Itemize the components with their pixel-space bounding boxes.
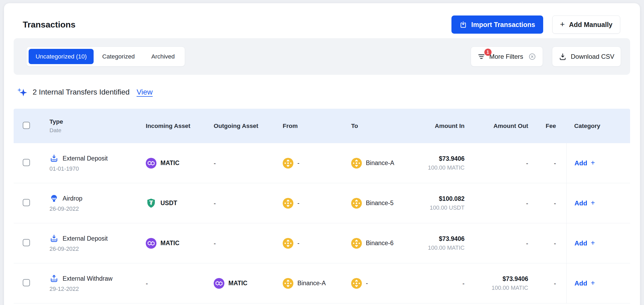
binance-bnb-icon [351, 238, 362, 249]
outgoing-asset-cell: MATIC [214, 278, 283, 289]
transaction-date: 29-12-2022 [49, 286, 146, 292]
col-header-type: Type Date [49, 118, 146, 134]
add-category-button[interactable]: Add + [574, 159, 595, 167]
transaction-type: External Deposit [63, 155, 108, 162]
tab-categorized[interactable]: Categorized [94, 49, 143, 64]
to-cell: Binance-A [351, 158, 409, 169]
incoming-asset-symbol: MATIC [160, 240, 179, 247]
binance-bnb-icon [283, 238, 293, 249]
filter-bar: Uncategorized (10) Categorized Archived … [14, 38, 630, 75]
plus-icon: + [591, 199, 595, 206]
filter-count-badge: 1 [484, 49, 492, 56]
transaction-type: External Withdraw [63, 275, 113, 282]
plus-icon: + [591, 239, 595, 247]
import-transactions-button[interactable]: Import Transactions [451, 15, 543, 34]
sparkle-icon [16, 87, 28, 98]
table-row: External Deposit 26-09-2022 MATIC - - Bi… [14, 223, 630, 263]
select-all-checkbox[interactable] [23, 122, 30, 129]
category-cell: Add + [566, 223, 630, 263]
incoming-asset-cell: - [146, 280, 148, 287]
amount-out-cell: - [526, 159, 528, 167]
page-title: Transactions [23, 20, 75, 30]
view-internal-transfers-link[interactable]: View [137, 88, 153, 96]
more-filters-button[interactable]: 1 More Filters [471, 46, 543, 67]
more-filters-label: More Filters [489, 53, 523, 60]
binance-bnb-icon [351, 198, 362, 209]
add-manually-button[interactable]: + Add Manually [552, 15, 620, 34]
amount-in-fiat: $100.082 [409, 195, 465, 202]
transactions-table: Type Date Incoming Asset Outgoing Asset … [14, 109, 630, 303]
table-header-row: Type Date Incoming Asset Outgoing Asset … [14, 109, 630, 143]
add-category-button[interactable]: Add + [574, 200, 595, 207]
add-category-label: Add [574, 159, 587, 167]
internal-transfers-banner: 2 Internal Transfers Identified View [16, 87, 640, 98]
incoming-asset-cell: MATIC [146, 158, 214, 169]
amount-out-cell: - [526, 240, 528, 247]
add-category-label: Add [574, 280, 587, 287]
amount-in-quantity: 100.00 MATIC [409, 165, 465, 171]
binance-bnb-icon [283, 158, 293, 169]
to-cell: Binance-6 [351, 238, 409, 249]
amount-in-cell: $100.082 100.00 USDT [409, 195, 470, 211]
download-icon [559, 53, 567, 61]
from-cell: - [283, 198, 351, 209]
from-cell: - [283, 158, 351, 169]
row-checkbox[interactable] [23, 159, 30, 166]
category-cell: Add + [566, 143, 630, 183]
tether-usdt-icon [146, 198, 156, 209]
outgoing-asset-cell: - [214, 200, 216, 207]
external-deposit-icon [49, 234, 59, 243]
row-checkbox[interactable] [23, 239, 30, 246]
amount-out-cell: $73.9406 100.00 MATIC [470, 275, 533, 291]
from-label: - [297, 240, 300, 247]
add-category-label: Add [574, 200, 587, 207]
import-transactions-label: Import Transactions [471, 21, 535, 29]
amount-in-cell: $73.9406 100.00 MATIC [409, 235, 470, 251]
download-csv-label: Download CSV [571, 53, 614, 60]
transaction-type: External Deposit [63, 235, 108, 242]
plus-icon: + [591, 279, 595, 287]
binance-bnb-icon [283, 198, 293, 209]
incoming-asset-cell: USDT [146, 198, 214, 209]
row-checkbox[interactable] [23, 199, 30, 206]
to-label: Binance-5 [366, 200, 394, 207]
col-header-amount-in: Amount In [409, 123, 470, 130]
filter-lines-icon [477, 53, 485, 61]
tab-uncategorized[interactable]: Uncategorized (10) [29, 49, 94, 64]
to-label: - [366, 280, 368, 287]
from-cell: - [283, 238, 351, 249]
col-header-fee: Fee [533, 123, 566, 130]
fee-cell: - [554, 240, 556, 247]
amount-in-fiat: $73.9406 [409, 155, 465, 162]
to-cell: Binance-5 [351, 198, 409, 209]
to-label: Binance-6 [366, 240, 394, 247]
table-row: Airdrop 26-09-2022 USDT - - Binance-5 $1… [14, 183, 630, 223]
internal-transfers-message: 2 Internal Transfers Identified [33, 88, 130, 96]
airdrop-parachute-icon [49, 194, 59, 203]
amount-in-fiat: $73.9406 [409, 235, 465, 243]
top-actions: Import Transactions + Add Manually [451, 15, 620, 34]
clear-filters-icon[interactable] [528, 53, 536, 61]
tab-archived[interactable]: Archived [143, 49, 183, 64]
add-category-label: Add [574, 240, 587, 247]
add-category-button[interactable]: Add + [574, 280, 595, 287]
plus-icon: + [591, 159, 595, 166]
transactions-panel: Transactions Import Transactions + Add M… [4, 3, 640, 305]
col-header-incoming-asset: Incoming Asset [146, 123, 214, 130]
outgoing-asset-cell: - [214, 240, 216, 247]
add-category-button[interactable]: Add + [574, 240, 595, 247]
from-cell: Binance-A [283, 278, 351, 289]
plus-icon: + [560, 20, 565, 28]
binance-bnb-icon [351, 278, 362, 289]
fee-cell: - [554, 280, 556, 287]
row-checkbox[interactable] [23, 279, 30, 286]
add-manually-label: Add Manually [569, 21, 612, 29]
incoming-asset-symbol: MATIC [160, 159, 179, 167]
to-cell: - [351, 278, 409, 289]
fee-cell: - [554, 159, 556, 167]
table-row: External Withdraw 29-12-2022 - MATIC Bin… [14, 263, 630, 303]
category-cell: Add + [566, 263, 630, 303]
outgoing-asset-cell: - [214, 159, 216, 167]
download-csv-button[interactable]: Download CSV [552, 46, 621, 67]
col-header-to: To [351, 123, 409, 130]
